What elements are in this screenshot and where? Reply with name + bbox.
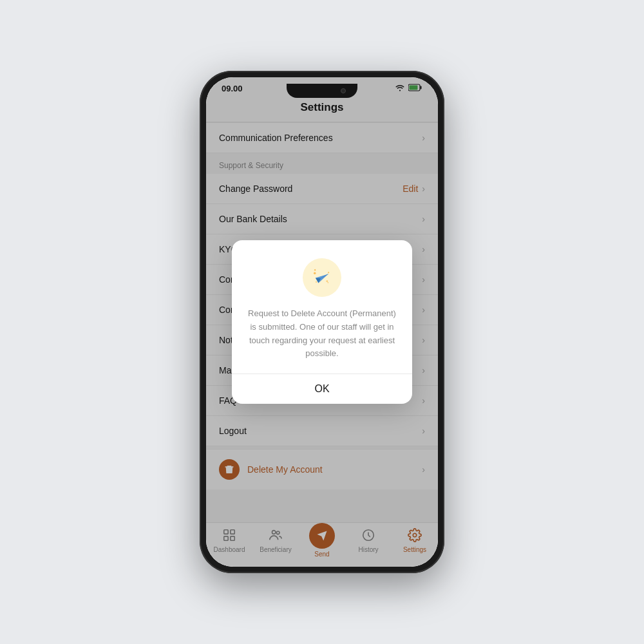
phone-container: 09.00 (200, 71, 444, 573)
svg-point-14 (316, 281, 317, 283)
svg-point-11 (314, 272, 316, 274)
modal-ok-button[interactable]: OK (232, 374, 412, 404)
modal-icon: ✦ ✦ (303, 258, 341, 297)
svg-point-12 (328, 272, 329, 273)
modal-box: ✦ ✦ Request to Delete Account (Permanent… (232, 240, 412, 404)
svg-text:✦: ✦ (314, 269, 316, 272)
modal-message: Request to Delete Account (Permanent) is… (247, 307, 397, 361)
svg-text:✦: ✦ (327, 281, 329, 284)
phone-screen: 09.00 (206, 77, 438, 567)
modal-body: ✦ ✦ Request to Delete Account (Permanent… (232, 240, 412, 374)
modal-overlay: ✦ ✦ Request to Delete Account (Permanent… (206, 77, 438, 567)
